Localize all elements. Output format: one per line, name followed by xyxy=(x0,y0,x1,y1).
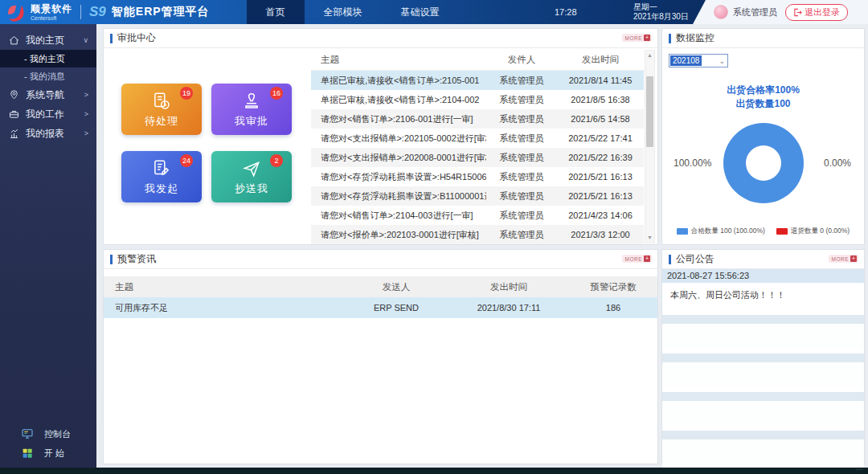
table-row[interactable]: 请您对<销售订单>:2106-001进行[一审] 系统管理员 2021/6/5 … xyxy=(311,109,644,129)
brand-block: 顺景软件 Centersoft xyxy=(31,4,72,21)
table-row[interactable]: 请您对<存货浮动耗损率设置>:B11000001进行[审核] 系统管理员 202… xyxy=(311,186,644,206)
brand-subname: Centersoft xyxy=(31,15,72,21)
s9-logo: S9 xyxy=(89,4,106,20)
tile-cc-to-me[interactable]: 抄送我 2 xyxy=(211,151,292,202)
shipment-qty-text: 出货数量100 xyxy=(662,97,864,111)
announcement-empty-stripe xyxy=(662,392,864,401)
more-button[interactable]: MORE + xyxy=(622,34,653,42)
table-row[interactable]: 单据已审核,请接收<销售订单>:2105-001 系统管理员 2021/8/14… xyxy=(311,71,644,90)
nav-tab-base-settings[interactable]: 基础设置 xyxy=(382,0,459,24)
badge-count: 19 xyxy=(180,87,193,100)
badge-count: 2 xyxy=(270,154,283,167)
table-row[interactable]: 请您对<报价单>:202103-0001进行[审核] 系统管理员 2021/3/… xyxy=(311,225,644,244)
data-monitor-panel: 数据监控 202108 ⌄ 出货合格率100% 出货数量100 100.00% … xyxy=(661,28,865,245)
announcement-empty-stripe xyxy=(662,353,864,362)
brand-name: 顺景软件 xyxy=(31,4,72,14)
table-header: 主题 发件人 发出时间 xyxy=(311,50,644,71)
sidebar-item-my-reports[interactable]: 我的报表 > xyxy=(0,124,96,143)
product-title: 智能ERP管理平台 xyxy=(112,5,210,19)
start-label: 开 始 xyxy=(44,447,64,460)
announcement-text: 本周六、周日公司活动！！！ xyxy=(662,283,864,309)
col-sender: 发件人 xyxy=(486,54,557,66)
announcement-date[interactable]: 2021-08-27 15:56:23 xyxy=(662,269,864,283)
header-divider xyxy=(80,5,81,19)
bar-chart-icon xyxy=(8,128,20,140)
logout-icon xyxy=(793,8,802,17)
badge-count: 16 xyxy=(270,87,283,100)
sidebar-item-label: 系统导航 xyxy=(26,88,64,102)
bottom-bar: ⋯ xyxy=(0,468,868,474)
console-label: 控制台 xyxy=(44,428,71,440)
approval-table: 主题 发件人 发出时间 单据已审核,请接收<销售订单>:2105-001 系统管… xyxy=(311,50,655,243)
period-value: 202108 xyxy=(670,55,702,66)
col-sender: 发送人 xyxy=(344,281,448,293)
more-button[interactable]: MORE + xyxy=(829,255,859,263)
sidebar-item-label: 我的工作 xyxy=(26,108,64,121)
clock-date: 星期一 2021年8月30日 xyxy=(633,2,689,22)
col-sent-time: 发出时间 xyxy=(448,281,569,293)
nav-tab-home[interactable]: 首页 xyxy=(247,0,305,24)
doc-clock-icon xyxy=(151,91,172,112)
col-sent-time: 发出时间 xyxy=(557,54,644,66)
top-header: 顺景软件 Centersoft S9 智能ERP管理平台 首页 全部模块 基础设… xyxy=(0,0,868,24)
title-accent-bar xyxy=(669,255,671,264)
panel-title: 公司公告 xyxy=(676,252,714,266)
tile-my-approvals[interactable]: 我审批 16 xyxy=(211,84,292,135)
vertical-scrollbar[interactable]: ▲ ▼ xyxy=(645,50,655,243)
table-row[interactable]: 请您对<存货浮动耗损率设置>:H54R15006002进行[审核] 系统管理员 … xyxy=(311,167,644,186)
announcement-empty-stripe xyxy=(662,431,864,439)
tile-pending[interactable]: 待处理 19 xyxy=(121,84,202,135)
col-subject: 主题 xyxy=(311,54,486,66)
console-button[interactable]: 控制台 xyxy=(0,424,96,443)
sidebar-subitem-my-home[interactable]: - 我的主页 xyxy=(0,50,96,67)
chart-legend: 合格数量 100 (100.00%) 退货数量 0 (0.00%) xyxy=(662,227,864,236)
sidebar-item-system-nav[interactable]: 系统导航 > xyxy=(0,85,96,104)
approval-tiles: 待处理 19 我审批 16 xyxy=(121,84,292,202)
more-button[interactable]: MORE + xyxy=(622,255,653,263)
chevron-right-icon: > xyxy=(84,91,88,99)
announcement-panel: 公司公告 MORE + 2021-08-27 15:56:23 本周六、周日公司… xyxy=(661,249,865,464)
period-select[interactable]: 202108 ⌄ xyxy=(669,54,728,67)
date: 2021年8月30日 xyxy=(633,12,689,22)
weekday: 星期一 xyxy=(633,2,689,12)
sidebar-item-label: 我的主页 xyxy=(26,34,64,47)
title-accent-bar xyxy=(110,34,113,43)
paper-plane-icon xyxy=(241,158,262,179)
table-row[interactable]: 请您对<支出报销单>:202008-0001进行[审核] 系统管理员 2021/… xyxy=(311,148,644,167)
clock-time: 17:28 xyxy=(555,7,577,17)
plus-icon: + xyxy=(644,255,650,262)
chevron-down-icon: ⌄ xyxy=(719,57,725,65)
sidebar-subitem-my-messages[interactable]: - 我的消息 xyxy=(0,67,96,85)
avatar[interactable] xyxy=(714,5,728,19)
scroll-down-arrow[interactable]: ▼ xyxy=(645,233,654,243)
table-row[interactable]: 请您对<支出报销单>:202105-0002进行[审核] 系统管理员 2021/… xyxy=(311,129,644,148)
legend-swatch-blue xyxy=(677,228,688,235)
sidebar-item-my-home[interactable]: 我的主页 ∨ xyxy=(0,31,96,50)
home-icon xyxy=(8,35,20,47)
scroll-up-arrow[interactable]: ▲ xyxy=(645,51,654,60)
scrollbar-thumb[interactable] xyxy=(646,76,653,147)
resize-dots-icon: ⋯ xyxy=(856,466,863,473)
plus-icon: + xyxy=(644,35,650,41)
brand-logo-icon xyxy=(6,2,27,22)
username: 系统管理员 xyxy=(733,6,777,18)
nav-tab-all-modules[interactable]: 全部模块 xyxy=(305,0,382,24)
tile-initiated-by-me[interactable]: 我发起 24 xyxy=(121,151,202,202)
legend-qualified[interactable]: 合格数量 100 (100.00%) xyxy=(677,227,765,236)
logout-button[interactable]: 退出登录 xyxy=(785,4,848,21)
map-pin-icon xyxy=(8,89,20,101)
table-row[interactable]: 单据已审核,请接收<销售订单>:2104-002 系统管理员 2021/8/5 … xyxy=(311,90,644,109)
donut-ring xyxy=(723,123,804,203)
shipment-stats: 出货合格率100% 出货数量100 xyxy=(662,84,864,111)
alert-row[interactable]: 可用库存不足 ERP SEND 2021/8/30 17:11 186 xyxy=(104,297,657,318)
chevron-down-icon: ∨ xyxy=(83,36,88,44)
start-button[interactable]: 开 始 xyxy=(0,443,96,463)
legend-returned[interactable]: 退货数量 0 (0.00%) xyxy=(776,227,850,236)
chevron-right-icon: > xyxy=(84,110,88,118)
panel-title: 数据监控 xyxy=(676,31,714,45)
table-row[interactable]: 请您对<销售订单>:2104-003进行[一审] 系统管理员 2021/4/23… xyxy=(311,206,644,225)
sidebar-item-my-work[interactable]: 我的工作 > xyxy=(0,104,96,124)
approval-center-panel: 审批中心 MORE + 待处理 19 xyxy=(103,28,658,245)
chart-label-right: 0.00% xyxy=(824,157,851,169)
col-alert-count: 预警记录数 xyxy=(569,281,657,293)
